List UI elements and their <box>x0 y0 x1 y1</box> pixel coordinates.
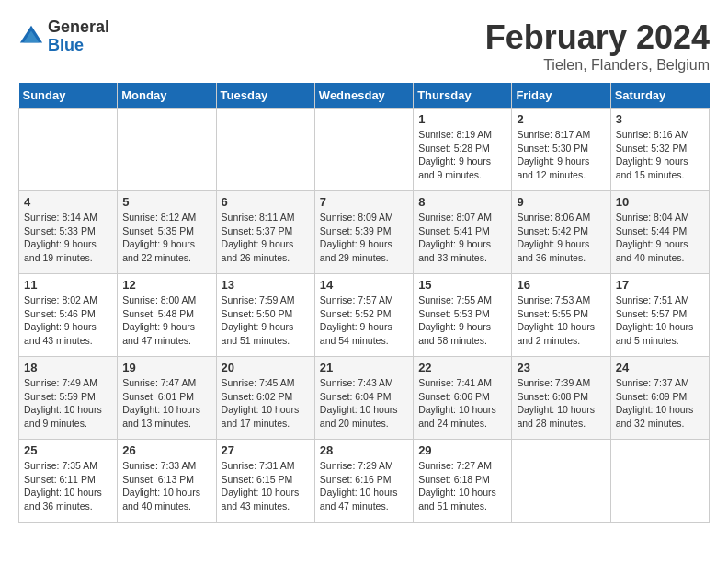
calendar-cell: 3Sunrise: 8:16 AM Sunset: 5:32 PM Daylig… <box>610 109 709 191</box>
day-number: 17 <box>616 278 704 292</box>
calendar-cell: 7Sunrise: 8:09 AM Sunset: 5:39 PM Daylig… <box>314 191 413 274</box>
header-row: SundayMondayTuesdayWednesdayThursdayFrid… <box>19 83 710 109</box>
calendar-cell: 20Sunrise: 7:45 AM Sunset: 6:02 PM Dayli… <box>216 357 314 440</box>
day-number: 26 <box>122 443 210 457</box>
day-number: 9 <box>517 195 605 209</box>
day-info: Sunrise: 8:16 AM Sunset: 5:32 PM Dayligh… <box>616 128 704 182</box>
day-info: Sunrise: 7:41 AM Sunset: 6:06 PM Dayligh… <box>418 376 506 431</box>
day-of-week-header: Monday <box>118 83 216 109</box>
day-info: Sunrise: 8:12 AM Sunset: 5:35 PM Dayligh… <box>122 211 210 265</box>
calendar-cell <box>610 440 709 523</box>
logo-text: General Blue <box>48 18 109 55</box>
day-number: 6 <box>222 195 310 209</box>
calendar-table: SundayMondayTuesdayWednesdayThursdayFrid… <box>18 83 710 523</box>
day-info: Sunrise: 7:55 AM Sunset: 5:53 PM Dayligh… <box>418 293 506 348</box>
day-info: Sunrise: 7:27 AM Sunset: 6:18 PM Dayligh… <box>418 459 506 513</box>
calendar-cell: 26Sunrise: 7:33 AM Sunset: 6:13 PM Dayli… <box>118 440 216 523</box>
day-info: Sunrise: 8:09 AM Sunset: 5:39 PM Dayligh… <box>320 211 408 265</box>
calendar-cell: 5Sunrise: 8:12 AM Sunset: 5:35 PM Daylig… <box>118 191 216 274</box>
logo-general: General <box>48 18 109 37</box>
calendar-cell <box>314 109 413 191</box>
day-number: 14 <box>320 278 408 292</box>
day-number: 8 <box>418 195 506 209</box>
day-info: Sunrise: 7:35 AM Sunset: 6:11 PM Dayligh… <box>24 459 112 513</box>
calendar-body: 1Sunrise: 8:19 AM Sunset: 5:28 PM Daylig… <box>19 109 710 523</box>
day-info: Sunrise: 8:17 AM Sunset: 5:30 PM Dayligh… <box>517 128 605 182</box>
day-number: 2 <box>517 112 605 126</box>
day-info: Sunrise: 7:31 AM Sunset: 6:15 PM Dayligh… <box>222 459 310 513</box>
day-number: 19 <box>122 361 210 374</box>
calendar-week-row: 4Sunrise: 8:14 AM Sunset: 5:33 PM Daylig… <box>19 191 710 274</box>
day-info: Sunrise: 7:39 AM Sunset: 6:08 PM Dayligh… <box>517 376 605 431</box>
day-number: 13 <box>222 278 310 292</box>
calendar-cell: 6Sunrise: 8:11 AM Sunset: 5:37 PM Daylig… <box>216 191 314 274</box>
day-info: Sunrise: 7:45 AM Sunset: 6:02 PM Dayligh… <box>222 376 310 431</box>
calendar-week-row: 18Sunrise: 7:49 AM Sunset: 5:59 PM Dayli… <box>19 357 710 440</box>
calendar-week-row: 25Sunrise: 7:35 AM Sunset: 6:11 PM Dayli… <box>19 440 710 523</box>
day-info: Sunrise: 7:29 AM Sunset: 6:16 PM Dayligh… <box>320 459 408 513</box>
page-header: General Blue February 2024 Tielen, Fland… <box>18 18 710 74</box>
calendar-cell: 28Sunrise: 7:29 AM Sunset: 6:16 PM Dayli… <box>314 440 413 523</box>
calendar-cell: 8Sunrise: 8:07 AM Sunset: 5:41 PM Daylig… <box>414 191 512 274</box>
day-number: 3 <box>616 112 704 126</box>
calendar-cell: 14Sunrise: 7:57 AM Sunset: 5:52 PM Dayli… <box>314 274 413 357</box>
day-of-week-header: Wednesday <box>314 83 413 109</box>
day-number: 27 <box>222 443 310 457</box>
day-info: Sunrise: 7:33 AM Sunset: 6:13 PM Dayligh… <box>122 459 210 513</box>
day-info: Sunrise: 7:53 AM Sunset: 5:55 PM Dayligh… <box>517 293 605 348</box>
calendar-cell: 21Sunrise: 7:43 AM Sunset: 6:04 PM Dayli… <box>314 357 413 440</box>
calendar-cell: 18Sunrise: 7:49 AM Sunset: 5:59 PM Dayli… <box>19 357 118 440</box>
day-number: 5 <box>122 195 210 209</box>
day-info: Sunrise: 7:49 AM Sunset: 5:59 PM Dayligh… <box>24 376 112 431</box>
calendar-cell: 22Sunrise: 7:41 AM Sunset: 6:06 PM Dayli… <box>414 357 512 440</box>
calendar-week-row: 1Sunrise: 8:19 AM Sunset: 5:28 PM Daylig… <box>19 109 710 191</box>
calendar-cell <box>216 109 314 191</box>
calendar-cell: 11Sunrise: 8:02 AM Sunset: 5:46 PM Dayli… <box>19 274 118 357</box>
calendar-cell: 2Sunrise: 8:17 AM Sunset: 5:30 PM Daylig… <box>512 109 610 191</box>
day-info: Sunrise: 7:51 AM Sunset: 5:57 PM Dayligh… <box>616 293 704 348</box>
day-number: 28 <box>320 443 408 457</box>
calendar-cell: 12Sunrise: 8:00 AM Sunset: 5:48 PM Dayli… <box>118 274 216 357</box>
day-info: Sunrise: 7:59 AM Sunset: 5:50 PM Dayligh… <box>222 293 310 348</box>
calendar-cell: 24Sunrise: 7:37 AM Sunset: 6:09 PM Dayli… <box>610 357 709 440</box>
day-info: Sunrise: 8:14 AM Sunset: 5:33 PM Dayligh… <box>24 211 112 265</box>
day-number: 24 <box>616 361 704 374</box>
main-title: February 2024 <box>485 18 710 57</box>
calendar-cell: 13Sunrise: 7:59 AM Sunset: 5:50 PM Dayli… <box>216 274 314 357</box>
calendar-cell: 25Sunrise: 7:35 AM Sunset: 6:11 PM Dayli… <box>19 440 118 523</box>
day-number: 11 <box>24 278 112 292</box>
day-info: Sunrise: 8:00 AM Sunset: 5:48 PM Dayligh… <box>122 293 210 348</box>
calendar-cell: 17Sunrise: 7:51 AM Sunset: 5:57 PM Dayli… <box>610 274 709 357</box>
day-number: 4 <box>24 195 112 209</box>
calendar-cell: 4Sunrise: 8:14 AM Sunset: 5:33 PM Daylig… <box>19 191 118 274</box>
day-number: 10 <box>616 195 704 209</box>
day-number: 18 <box>24 361 112 374</box>
calendar-cell: 23Sunrise: 7:39 AM Sunset: 6:08 PM Dayli… <box>512 357 610 440</box>
day-number: 1 <box>418 112 506 126</box>
calendar-cell: 19Sunrise: 7:47 AM Sunset: 6:01 PM Dayli… <box>118 357 216 440</box>
day-info: Sunrise: 7:37 AM Sunset: 6:09 PM Dayligh… <box>616 376 704 431</box>
day-of-week-header: Thursday <box>414 83 512 109</box>
day-number: 12 <box>122 278 210 292</box>
day-number: 21 <box>320 361 408 374</box>
logo: General Blue <box>18 18 109 55</box>
calendar-cell: 29Sunrise: 7:27 AM Sunset: 6:18 PM Dayli… <box>414 440 512 523</box>
day-info: Sunrise: 8:04 AM Sunset: 5:44 PM Dayligh… <box>616 211 704 265</box>
calendar-header: SundayMondayTuesdayWednesdayThursdayFrid… <box>19 83 710 109</box>
day-info: Sunrise: 7:47 AM Sunset: 6:01 PM Dayligh… <box>122 376 210 431</box>
logo-blue: Blue <box>48 37 109 55</box>
calendar-cell <box>19 109 118 191</box>
calendar-cell: 16Sunrise: 7:53 AM Sunset: 5:55 PM Dayli… <box>512 274 610 357</box>
day-info: Sunrise: 8:06 AM Sunset: 5:42 PM Dayligh… <box>517 211 605 265</box>
day-number: 16 <box>517 278 605 292</box>
day-number: 29 <box>418 443 506 457</box>
day-number: 20 <box>222 361 310 374</box>
day-number: 7 <box>320 195 408 209</box>
day-info: Sunrise: 8:07 AM Sunset: 5:41 PM Dayligh… <box>418 211 506 265</box>
day-number: 23 <box>517 361 605 374</box>
logo-icon <box>18 24 44 50</box>
day-info: Sunrise: 8:19 AM Sunset: 5:28 PM Dayligh… <box>418 128 506 182</box>
subtitle: Tielen, Flanders, Belgium <box>485 57 710 74</box>
calendar-cell: 27Sunrise: 7:31 AM Sunset: 6:15 PM Dayli… <box>216 440 314 523</box>
calendar-cell: 15Sunrise: 7:55 AM Sunset: 5:53 PM Dayli… <box>414 274 512 357</box>
